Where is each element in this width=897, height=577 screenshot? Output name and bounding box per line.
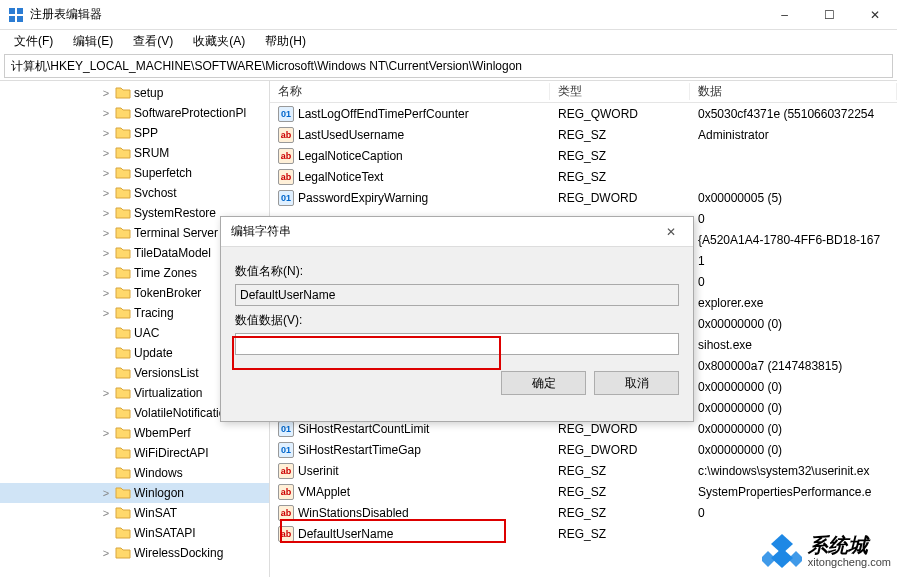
folder-icon — [115, 146, 131, 160]
cell-data: 0 — [690, 506, 897, 520]
cell-name: 01SiHostRestartCountLimit — [270, 421, 550, 437]
table-row[interactable]: abUserinitREG_SZc:\windows\system32\user… — [270, 460, 897, 481]
column-data[interactable]: 数据 — [690, 83, 897, 100]
tree-item-label: Winlogon — [134, 486, 184, 500]
cell-name: abLegalNoticeCaption — [270, 148, 550, 164]
table-row[interactable]: abLastUsedUsernameREG_SZAdministrator — [270, 124, 897, 145]
cell-data: c:\windows\system32\userinit.ex — [690, 464, 897, 478]
tree-item-wbemperf[interactable]: >WbemPerf — [0, 423, 269, 443]
tree-item-windows[interactable]: Windows — [0, 463, 269, 483]
folder-icon — [115, 126, 131, 140]
list-header: 名称 类型 数据 — [270, 81, 897, 103]
tree-item-setup[interactable]: >setup — [0, 83, 269, 103]
chevron-icon[interactable]: > — [100, 107, 112, 119]
tree-item-label: WinSAT — [134, 506, 177, 520]
table-row[interactable]: abLegalNoticeCaptionREG_SZ — [270, 145, 897, 166]
folder-icon — [115, 266, 131, 280]
cell-data: SystemPropertiesPerformance.e — [690, 485, 897, 499]
cell-data: 0x800000a7 (2147483815) — [690, 359, 897, 373]
ok-button[interactable]: 确定 — [501, 371, 586, 395]
string-value-icon: ab — [278, 169, 294, 185]
cell-data: explorer.exe — [690, 296, 897, 310]
menu-view[interactable]: 查看(V) — [127, 31, 179, 52]
folder-icon — [115, 506, 131, 520]
table-row[interactable]: abWinStationsDisabledREG_SZ0 — [270, 502, 897, 523]
chevron-icon[interactable]: > — [100, 147, 112, 159]
folder-icon — [115, 446, 131, 460]
cell-name: abLegalNoticeText — [270, 169, 550, 185]
address-path: 计算机\HKEY_LOCAL_MACHINE\SOFTWARE\Microsof… — [11, 58, 522, 75]
menu-edit[interactable]: 编辑(E) — [67, 31, 119, 52]
cell-data: 0x00000000 (0) — [690, 317, 897, 331]
chevron-icon[interactable]: > — [100, 287, 112, 299]
menu-favorites[interactable]: 收藏夹(A) — [187, 31, 251, 52]
table-row[interactable]: 01PasswordExpiryWarningREG_DWORD0x000000… — [270, 187, 897, 208]
tree-item-softwareprotectionpl[interactable]: >SoftwareProtectionPl — [0, 103, 269, 123]
string-value-icon: ab — [278, 505, 294, 521]
chevron-icon[interactable]: > — [100, 187, 112, 199]
chevron-icon[interactable]: > — [100, 247, 112, 259]
folder-icon — [115, 206, 131, 220]
cell-data: 0x00000000 (0) — [690, 422, 897, 436]
value-name-label: 数值名称(N): — [235, 263, 679, 280]
cell-data: 0 — [690, 275, 897, 289]
folder-icon — [115, 486, 131, 500]
table-row[interactable]: 01LastLogOffEndTimePerfCounterREG_QWORD0… — [270, 103, 897, 124]
minimize-button[interactable]: – — [762, 0, 807, 30]
chevron-icon[interactable]: > — [100, 87, 112, 99]
app-icon — [8, 7, 24, 23]
chevron-icon[interactable]: > — [100, 267, 112, 279]
cell-name: abWinStationsDisabled — [270, 505, 550, 521]
tree-item-spp[interactable]: >SPP — [0, 123, 269, 143]
cell-type: REG_DWORD — [550, 443, 690, 457]
tree-item-label: WinSATAPI — [134, 526, 196, 540]
svg-rect-1 — [17, 8, 23, 14]
tree-item-winsat[interactable]: >WinSAT — [0, 503, 269, 523]
address-bar[interactable]: 计算机\HKEY_LOCAL_MACHINE\SOFTWARE\Microsof… — [4, 54, 893, 78]
table-row[interactable]: abVMAppletREG_SZSystemPropertiesPerforma… — [270, 481, 897, 502]
close-button[interactable]: ✕ — [852, 0, 897, 30]
chevron-icon[interactable]: > — [100, 547, 112, 559]
column-name[interactable]: 名称 — [270, 83, 550, 100]
tree-item-wirelessdocking[interactable]: >WirelessDocking — [0, 543, 269, 563]
chevron-icon[interactable]: > — [100, 487, 112, 499]
chevron-icon[interactable]: > — [100, 167, 112, 179]
tree-item-label: Windows — [134, 466, 183, 480]
chevron-icon[interactable]: > — [100, 207, 112, 219]
menu-file[interactable]: 文件(F) — [8, 31, 59, 52]
chevron-icon[interactable]: > — [100, 227, 112, 239]
string-value-icon: ab — [278, 148, 294, 164]
dialog-titlebar: 编辑字符串 ✕ — [221, 217, 693, 247]
table-row[interactable]: abLegalNoticeTextREG_SZ — [270, 166, 897, 187]
cell-data: 0x5030cf4371e (5510660372254 — [690, 107, 897, 121]
folder-icon — [115, 86, 131, 100]
chevron-icon[interactable]: > — [100, 387, 112, 399]
chevron-icon[interactable]: > — [100, 507, 112, 519]
tree-item-superfetch[interactable]: >Superfetch — [0, 163, 269, 183]
table-row[interactable]: 01SiHostRestartTimeGapREG_DWORD0x0000000… — [270, 439, 897, 460]
folder-icon — [115, 306, 131, 320]
dialog-close-button[interactable]: ✕ — [659, 225, 683, 239]
folder-icon — [115, 246, 131, 260]
folder-icon — [115, 406, 131, 420]
cancel-button[interactable]: 取消 — [594, 371, 679, 395]
folder-icon — [115, 466, 131, 480]
chevron-icon[interactable]: > — [100, 427, 112, 439]
tree-item-winsatapi[interactable]: WinSATAPI — [0, 523, 269, 543]
cell-name: abLastUsedUsername — [270, 127, 550, 143]
watermark-url: xitongcheng.com — [808, 556, 891, 568]
chevron-icon[interactable]: > — [100, 307, 112, 319]
value-name-input — [235, 284, 679, 306]
column-type[interactable]: 类型 — [550, 83, 690, 100]
folder-icon — [115, 326, 131, 340]
tree-item-winlogon[interactable]: >Winlogon — [0, 483, 269, 503]
cell-name: 01SiHostRestartTimeGap — [270, 442, 550, 458]
tree-item-wifidirectapi[interactable]: WiFiDirectAPI — [0, 443, 269, 463]
maximize-button[interactable]: ☐ — [807, 0, 852, 30]
value-data-input[interactable] — [235, 333, 679, 355]
menu-help[interactable]: 帮助(H) — [259, 31, 312, 52]
tree-item-srum[interactable]: >SRUM — [0, 143, 269, 163]
tree-item-svchost[interactable]: >Svchost — [0, 183, 269, 203]
chevron-icon[interactable]: > — [100, 127, 112, 139]
watermark-name: 系统城 — [808, 534, 891, 556]
